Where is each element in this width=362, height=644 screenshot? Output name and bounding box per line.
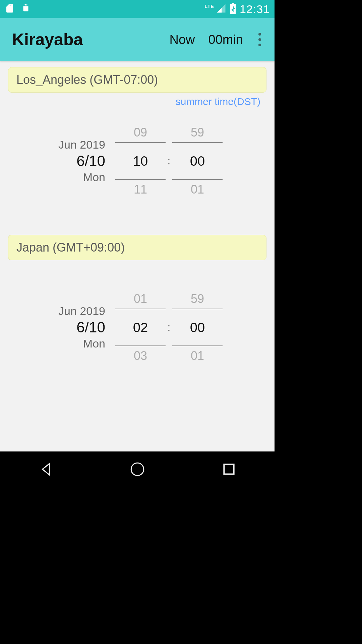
svg-rect-3 — [224, 464, 234, 474]
date-picker[interactable]: Jun 2019 6/10 Mon — [8, 305, 115, 350]
status-right: LTE 12:31 — [205, 3, 270, 16]
date-month-year: Jun 2019 — [8, 138, 105, 151]
home-button[interactable] — [129, 461, 146, 479]
hour-spinner[interactable]: 09 10 11 — [115, 121, 166, 201]
svg-point-2 — [131, 463, 144, 476]
minute-spinner[interactable]: 59 00 01 — [172, 287, 223, 368]
date-month-year: Jun 2019 — [8, 305, 105, 318]
content: Los_Angeles (GMT-07:00) summer time(DST)… — [0, 61, 275, 451]
overflow-menu-button[interactable] — [253, 30, 266, 50]
now-button[interactable]: Now — [169, 33, 195, 47]
app-title: Kirayaba — [12, 30, 156, 49]
hour-spinner[interactable]: 01 02 03 — [115, 287, 166, 368]
time-colon: : — [166, 155, 172, 167]
interval-button[interactable]: 00min — [208, 33, 243, 47]
battery-charging-icon — [230, 3, 236, 15]
date-picker[interactable]: Jun 2019 6/10 Mon — [8, 138, 115, 184]
minute-spinner[interactable]: 59 00 01 — [172, 121, 223, 201]
minute-current: 00 — [172, 144, 223, 178]
svg-point-0 — [24, 5, 25, 6]
minute-next: 01 — [172, 344, 223, 368]
sd-card-icon — [5, 3, 15, 15]
status-left — [5, 3, 31, 15]
dst-label: summer time(DST) — [8, 93, 266, 107]
hour-current: 10 — [115, 144, 166, 178]
app-bar: Kirayaba Now 00min — [0, 18, 275, 61]
hour-prev: 09 — [115, 121, 166, 144]
date-dow: Mon — [8, 171, 105, 184]
minute-current: 00 — [172, 311, 223, 344]
status-clock: 12:31 — [240, 3, 270, 16]
date-dow: Mon — [8, 337, 105, 350]
timezone-card: Japan (GMT+09:00) Jun 2019 6/10 Mon 01 0… — [8, 235, 266, 381]
svg-point-1 — [27, 5, 28, 6]
navigation-bar — [0, 451, 275, 488]
status-bar: LTE 12:31 — [0, 0, 275, 18]
back-button[interactable] — [38, 461, 54, 479]
hour-next: 11 — [115, 178, 166, 201]
date-day: 6/10 — [8, 153, 105, 169]
date-day: 6/10 — [8, 319, 105, 336]
datetime-picker: Jun 2019 6/10 Mon 01 02 03 : 59 00 01 — [8, 274, 266, 381]
time-colon: : — [166, 322, 172, 333]
minute-next: 01 — [172, 178, 223, 201]
timezone-header-button[interactable]: Japan (GMT+09:00) — [8, 235, 266, 260]
minute-prev: 59 — [172, 287, 223, 311]
timezone-card: Los_Angeles (GMT-07:00) summer time(DST)… — [8, 67, 266, 215]
hour-current: 02 — [115, 311, 166, 344]
screen: LTE 12:31 Kirayaba Now 00min Los_Angeles… — [0, 0, 275, 488]
hour-prev: 01 — [115, 287, 166, 311]
timezone-header-button[interactable]: Los_Angeles (GMT-07:00) — [8, 67, 266, 93]
datetime-picker: Jun 2019 6/10 Mon 09 10 11 : 59 00 01 — [8, 107, 266, 215]
signal-icon — [216, 3, 226, 15]
recent-apps-button[interactable] — [221, 461, 237, 479]
lte-label: LTE — [205, 4, 214, 9]
hour-next: 03 — [115, 344, 166, 368]
minute-prev: 59 — [172, 121, 223, 144]
android-debug-icon — [21, 3, 31, 15]
